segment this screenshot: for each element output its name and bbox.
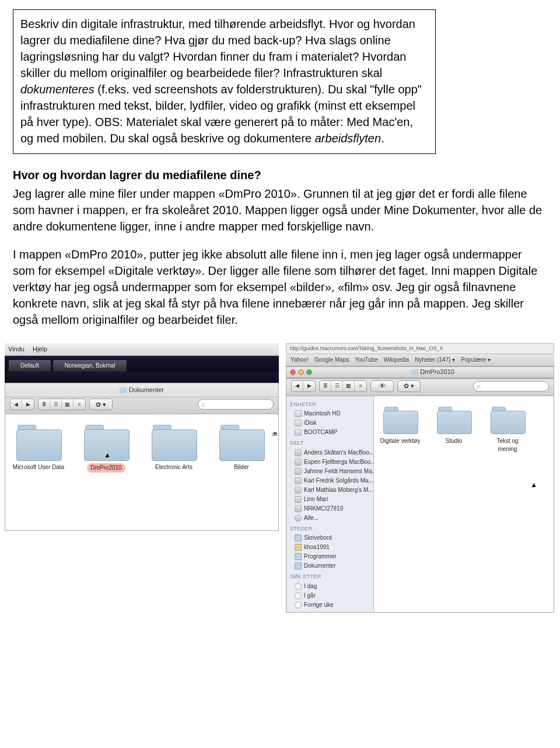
task-italic-2: arbeidsflyten [315, 132, 381, 145]
bookmark[interactable]: Nyheter (147) ▾ [415, 356, 455, 364]
sidebar-item[interactable]: BOOTCAMP [286, 428, 373, 437]
mac-menu-bar: Vindu Hjelp [5, 343, 279, 356]
sidebar-item[interactable]: Jahnne Feldt Hansens Ma... [286, 467, 373, 476]
search-input[interactable] [198, 399, 274, 410]
folder-label: Electronic Arts [155, 463, 192, 471]
sidebar-item[interactable]: Karl Mathias Moberg's M... [286, 485, 373, 495]
globe-icon [295, 515, 302, 522]
zoom-icon[interactable] [306, 369, 312, 375]
home-icon [295, 544, 302, 551]
bookmark[interactable]: Wikipedia [384, 356, 409, 364]
search-input[interactable] [473, 381, 549, 392]
idisk-icon [295, 420, 302, 427]
finder-sidebar: ENHETER Macintosh HD iDisk BOOTCAMP DELT… [286, 396, 374, 612]
sidebar-item-all[interactable]: Alle... [286, 513, 373, 523]
documents-icon [295, 562, 302, 569]
disk-icon [295, 429, 302, 436]
screenshot-right: http://guides.macrumors.com/Taking_Scree… [286, 343, 554, 613]
sidebar-item[interactable]: Skrivebord [286, 533, 373, 543]
menu-item-window[interactable]: Vindu [8, 345, 24, 354]
folder-item[interactable]: Electronic Arts [146, 425, 201, 473]
sidebar-item[interactable]: Anders Skåtan's MacBoo... [286, 448, 373, 457]
clock-icon [295, 592, 302, 599]
desktop-icon [295, 534, 302, 541]
folder-icon [437, 407, 471, 434]
folder-label: Bilder [234, 463, 249, 471]
folder-item[interactable]: Microsoft User Data [11, 425, 66, 473]
quicklook-icon[interactable]: 👁 [370, 380, 394, 392]
menu-item-help[interactable]: Hjelp [33, 345, 47, 354]
folder-item-selected[interactable]: DmPro2010 [79, 425, 134, 473]
disk-icon [295, 410, 302, 417]
space-tab-norwegian[interactable]: Norwegian, Bokmal [52, 359, 128, 372]
sidebar-item[interactable]: Dokumenter [286, 561, 373, 571]
spaces-tabs: Default Norwegian, Bokmal [5, 356, 279, 372]
folder-icon [219, 425, 264, 460]
folder-label: Microsoft User Data [13, 463, 64, 471]
space-tab-default[interactable]: Default [8, 359, 51, 372]
minimize-icon[interactable] [298, 369, 304, 375]
task-text-c: . [381, 132, 384, 145]
folder-icon [16, 425, 61, 460]
task-text: Beskriv din digitale infrastruktur, med … [20, 18, 415, 79]
browser-bookmarks-bar: Yahoo! Google Maps YouTube Wikipedia Nyh… [286, 354, 554, 366]
computer-icon [295, 477, 302, 484]
sidebar-item[interactable]: khoa1991 [286, 543, 373, 552]
computer-icon [295, 487, 302, 494]
window-traffic-lights[interactable] [286, 367, 316, 378]
question-1: Hvor og hvordan lagrer du mediafilene di… [13, 167, 547, 183]
action-menu[interactable]: ✿ ▾ [89, 399, 113, 410]
sidebar-item[interactable]: I dag [286, 582, 373, 591]
sidebar-item[interactable]: Programmer [286, 552, 373, 561]
nav-back-forward[interactable]: ◀▶ [291, 380, 316, 392]
answer-1-para-1: Jeg lagrer alle mine filer under mappen … [13, 186, 547, 235]
action-menu[interactable]: ✿ ▾ [397, 380, 421, 392]
folder-icon [152, 425, 196, 460]
sidebar-item[interactable]: Karl Fredrik Solgårds Ma... [286, 476, 373, 485]
computer-icon [295, 449, 302, 456]
folder-label: Digitale verktøy [380, 437, 421, 445]
folder-icon [383, 407, 417, 434]
bookmark[interactable]: Google Maps [314, 356, 349, 364]
window-title: Dokumenter [129, 386, 164, 394]
sidebar-group-shared: DELT [286, 437, 373, 448]
sidebar-item[interactable]: iDisk [286, 418, 373, 428]
folder-item[interactable]: Studio [433, 407, 474, 453]
answer-1-para-2: I mappen «DmPro 2010», putter jeg ikke a… [13, 246, 547, 328]
screenshot-left: Vindu Hjelp Default Norwegian, Bokmal Do… [5, 343, 279, 613]
folder-item[interactable]: Digitale verktøy [380, 407, 421, 453]
sidebar-item[interactable]: Macintosh HD [286, 409, 373, 418]
sidebar-item[interactable]: Forrige uke [286, 600, 373, 610]
computer-icon [295, 505, 302, 512]
browser-url-bar[interactable]: http://guides.macrumors.com/Taking_Scree… [286, 343, 554, 354]
bookmark[interactable]: YouTube [355, 356, 377, 364]
sidebar-item[interactable]: Espen Fjellbergs MacBoo... [286, 457, 373, 467]
bookmark[interactable]: Populære ▾ [461, 356, 491, 364]
sidebar-item[interactable]: Linn Mari [286, 495, 373, 504]
computer-icon [295, 496, 302, 503]
folder-label: Tekst og mening [487, 437, 528, 453]
computer-icon [295, 468, 302, 475]
apps-icon [295, 553, 302, 560]
view-switcher[interactable]: ≣☰▦≡ [319, 380, 367, 392]
bookmark[interactable]: Yahoo! [290, 356, 309, 364]
task-description-box: Beskriv din digitale infrastruktur, med … [13, 9, 436, 154]
close-icon[interactable] [290, 369, 296, 375]
clock-icon [295, 583, 302, 590]
folder-item[interactable]: Bilder [214, 425, 269, 473]
folder-label: Studio [446, 437, 462, 445]
sidebar-group-devices: ENHETER [286, 399, 373, 410]
folder-icon [411, 369, 418, 375]
nav-back-forward[interactable]: ◀▶ [10, 399, 34, 410]
sidebar-item[interactable]: I går [286, 591, 373, 600]
finder-window: Dokumenter ◀▶ ≣☰▦≡ ✿ ▾ [5, 383, 279, 414]
folder-label: DmPro2010 [87, 463, 125, 473]
cursor-icon [531, 483, 537, 489]
sidebar-group-search: SØK ETTER [286, 571, 373, 582]
sidebar-item[interactable]: NRKMCI27819 [286, 504, 373, 513]
view-switcher[interactable]: ≣☰▦≡ [38, 399, 86, 410]
folder-icon [491, 407, 524, 434]
computer-icon [295, 459, 302, 466]
folder-icon [120, 387, 127, 393]
folder-item[interactable]: Tekst og mening [487, 407, 528, 453]
